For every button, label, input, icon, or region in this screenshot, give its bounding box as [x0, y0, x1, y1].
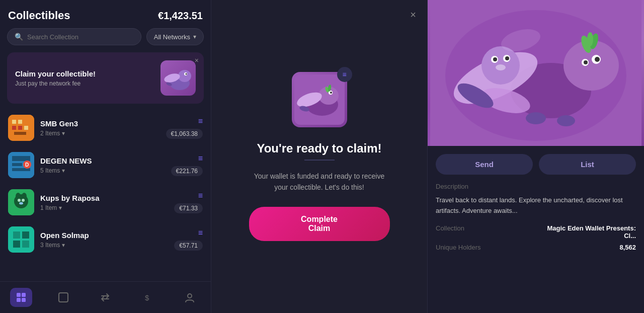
collection-info-smb: SMB Gen3 2 Items ▾: [40, 119, 160, 137]
modal-nft-container: ≡: [292, 72, 347, 127]
right-panel: Send List Description Travel back to dis…: [428, 0, 644, 313]
collection-info-degen: DEGEN NEWS 5 Items ▾: [40, 156, 165, 174]
collection-label: Collection: [436, 224, 464, 232]
svg-rect-14: [12, 156, 30, 161]
nav-item-grid[interactable]: [10, 288, 32, 307]
svg-point-5: [185, 73, 187, 74]
svg-rect-33: [17, 298, 21, 302]
list-item[interactable]: SMB Gen3 2 Items ▾ ≡ €1,063.38: [4, 110, 207, 146]
svg-rect-32: [22, 293, 26, 297]
svg-rect-31: [17, 293, 21, 297]
card-icon: [58, 292, 69, 303]
collection-info-kups: Kups by Raposa 1 Item ▾: [40, 194, 168, 211]
modal-ready-title: You're ready to claim!: [257, 141, 381, 155]
svg-rect-34: [22, 298, 26, 302]
solmap-art: [8, 226, 34, 253]
left-header: Collectibles €1,423.51: [0, 0, 211, 28]
list-item[interactable]: Kups by Raposa 1 Item ▾ ≡ €71.33: [4, 184, 207, 220]
collection-name-smb: SMB Gen3: [40, 119, 160, 128]
svg-rect-30: [22, 241, 29, 248]
collections-list: SMB Gen3 2 Items ▾ ≡ €1,063.38: [0, 110, 211, 281]
nav-item-transfer[interactable]: [94, 288, 116, 307]
svg-rect-28: [22, 231, 29, 239]
profile-icon: [184, 292, 195, 303]
search-box[interactable]: 🔍: [7, 28, 141, 45]
nav-item-profile[interactable]: [179, 288, 201, 307]
collection-items-smb: 2 Items ▾: [40, 130, 160, 137]
badge-icon: ≡: [342, 70, 346, 79]
collection-menu-icon-solmap[interactable]: ≡: [198, 228, 203, 238]
page-title: Collectibles: [8, 9, 70, 22]
svg-rect-12: [14, 132, 26, 135]
svg-text:$: $: [145, 293, 149, 302]
nft-hero-image: [428, 0, 644, 146]
nft-details: Description Travel back to distant lands…: [428, 183, 644, 263]
modal-close-button[interactable]: ×: [410, 9, 416, 21]
svg-point-54: [526, 112, 546, 124]
collection-thumb-degen: D: [8, 152, 34, 178]
svg-point-65: [493, 57, 497, 61]
list-item[interactable]: D DEGEN NEWS 5 Items ▾ ≡ €221.76: [4, 147, 207, 183]
svg-rect-29: [13, 241, 20, 248]
svg-rect-27: [13, 231, 20, 239]
list-item[interactable]: Open Solmap 3 Items ▾ ≡ €57.71: [4, 221, 207, 258]
collection-thumb-kups: [8, 189, 34, 215]
bottom-nav: $: [0, 281, 211, 313]
svg-rect-9: [12, 126, 16, 130]
svg-point-25: [19, 202, 23, 205]
svg-point-23: [18, 199, 21, 202]
collection-name-kups: Kups by Raposa: [40, 194, 168, 202]
svg-point-1: [178, 70, 191, 82]
modal-nft-image: [292, 72, 347, 127]
svg-rect-35: [59, 293, 68, 302]
collection-value-solmap: €57.71: [174, 241, 203, 251]
search-input[interactable]: [27, 33, 134, 41]
description-text: Travel back to distant lands. Explore th…: [436, 195, 636, 216]
svg-text:D: D: [25, 162, 29, 168]
collection-right-kups: ≡ €71.33: [174, 191, 203, 213]
complete-claim-button[interactable]: Complete Claim: [249, 207, 390, 241]
nav-item-dollar[interactable]: $: [136, 288, 158, 307]
kups-art: [8, 189, 34, 215]
collection-items-kups: 1 Item ▾: [40, 204, 168, 211]
svg-point-44: [330, 92, 332, 94]
description-section-title: Description: [436, 183, 636, 190]
collection-menu-icon-smb[interactable]: ≡: [198, 117, 203, 126]
total-balance: €1,423.51: [158, 10, 203, 22]
svg-point-67: [505, 56, 509, 60]
svg-rect-11: [24, 126, 28, 130]
collection-info-solmap: Open Solmap 3 Items ▾: [40, 231, 168, 249]
close-banner-button[interactable]: ×: [195, 56, 199, 64]
claim-banner[interactable]: Claim your collectible! Just pay the net…: [7, 52, 204, 104]
svg-point-62: [587, 32, 593, 46]
list-button[interactable]: List: [539, 154, 636, 175]
network-label: All Networks: [154, 33, 190, 41]
svg-point-68: [496, 64, 506, 70]
svg-point-59: [584, 60, 588, 64]
holders-value: 8,562: [619, 244, 636, 251]
nav-item-card[interactable]: [52, 288, 74, 307]
search-icon: 🔍: [15, 33, 23, 41]
collection-right-smb: ≡ €1,063.38: [166, 117, 203, 139]
svg-rect-26: [8, 226, 34, 253]
collection-items-degen: 5 Items ▾: [40, 167, 165, 174]
claim-banner-image: [160, 60, 196, 96]
collection-value: Magic Eden Wallet Presents: Cl...: [535, 224, 636, 240]
smb-art: [8, 115, 34, 141]
holders-detail-row: Unique Holders 8,562: [436, 244, 636, 251]
send-button[interactable]: Send: [436, 154, 533, 175]
claim-banner-subtitle: Just pay the network fee: [15, 80, 96, 87]
svg-rect-15: [12, 163, 22, 166]
collection-menu-icon-kups[interactable]: ≡: [198, 191, 203, 200]
degen-art: D: [8, 152, 34, 178]
collection-value-kups: €71.33: [174, 203, 203, 213]
network-select[interactable]: All Networks ▾: [146, 28, 204, 45]
grid-icon: [16, 292, 27, 303]
svg-point-37: [188, 294, 192, 298]
transfer-icon: [100, 292, 111, 303]
svg-rect-8: [18, 120, 22, 124]
chevron-items-icon: ▾: [59, 204, 62, 211]
nft-hero-art: [430, 0, 641, 146]
collection-value-smb: €1,063.38: [166, 129, 203, 139]
collection-menu-icon-degen[interactable]: ≡: [198, 154, 203, 163]
